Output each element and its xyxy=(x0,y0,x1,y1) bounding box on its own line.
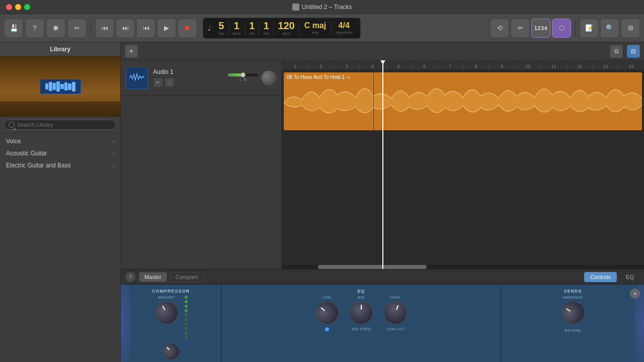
eq-knobs-row: LOW MID MID FREQ HIGH LOW CUT xyxy=(315,296,408,331)
loop-button[interactable]: ✱ xyxy=(46,19,65,38)
pencil-button[interactable]: ✏ xyxy=(511,19,530,38)
horizontal-scrollbar[interactable] xyxy=(282,265,644,269)
fast-forward-button[interactable]: ⏭ xyxy=(116,19,135,38)
plugin-right-glow xyxy=(634,285,644,362)
list-item[interactable]: Acoustic Guitar › xyxy=(0,147,120,159)
search2-button[interactable]: 🔍 xyxy=(600,19,619,38)
cycle-button[interactable]: ⟲ xyxy=(490,19,509,38)
ruler-mark: 4 xyxy=(359,64,385,69)
volume-slider[interactable] xyxy=(228,73,258,76)
meter-dot xyxy=(185,296,188,299)
close-button[interactable] xyxy=(6,4,12,10)
eq-title: EQ xyxy=(357,289,365,294)
help-icon: ? xyxy=(33,24,37,32)
compressor-meter xyxy=(185,296,188,339)
lcd-tick: 1 tick xyxy=(259,21,274,36)
help-button[interactable]: ? xyxy=(25,19,44,38)
library-items: Voice › Acoustic Guitar › Electric Guita… xyxy=(0,133,120,362)
wm-bar xyxy=(53,83,56,90)
track-header-bar: + ⧉ ⊟ xyxy=(121,42,644,60)
record-icon: ⏺ xyxy=(184,24,191,32)
plugin-left-glow xyxy=(121,285,131,362)
transport-controls: ⏮ ⏭ ⏮ ▶ ⏺ xyxy=(95,19,197,38)
ruler-mark: 5 xyxy=(385,64,411,69)
chevron-right-icon: › xyxy=(113,151,114,156)
amount-knob[interactable] xyxy=(150,296,183,329)
add-track-button[interactable]: + xyxy=(125,45,138,58)
ruler-mark: 12 xyxy=(567,64,592,69)
notepad-icon: 📝 xyxy=(585,24,593,32)
fast-forward-icon: ⏭ xyxy=(122,24,129,32)
scissors-icon: ✂ xyxy=(74,24,80,32)
library-button[interactable]: 💾 xyxy=(4,19,23,38)
eq-mid-group: MID MID FREQ xyxy=(349,296,373,331)
ruler-mark: 10 xyxy=(515,64,540,69)
ruler-mark: 1 xyxy=(282,64,307,69)
ambience-knob[interactable] xyxy=(556,296,590,329)
eq-high-knob[interactable] xyxy=(380,297,411,328)
maximize-button[interactable] xyxy=(24,4,30,10)
window-title: Untitled 2 – Tracks xyxy=(292,4,352,11)
waveform-region[interactable]: 08 To Have And To Hold.1 ∞ xyxy=(284,72,642,130)
playhead[interactable] xyxy=(382,60,383,269)
library-search xyxy=(0,117,120,133)
search-input[interactable] xyxy=(17,122,112,128)
scissors-button[interactable]: ✂ xyxy=(67,19,87,38)
track-edit-button[interactable]: ✏ xyxy=(153,77,163,87)
document-icon xyxy=(292,4,299,11)
timeline-area: 1 2 3 4 5 6 7 8 9 10 11 12 13 14 xyxy=(282,60,644,269)
search-icon xyxy=(9,122,15,128)
wm-bar xyxy=(68,83,71,90)
r-label: R xyxy=(244,77,247,82)
title-bar: Untitled 2 – Tracks xyxy=(0,0,644,14)
record-button[interactable]: ⏺ xyxy=(178,19,197,38)
list-item[interactable]: Voice › xyxy=(0,135,120,147)
play-button[interactable]: ▶ xyxy=(157,19,176,38)
track-view-button[interactable]: ⧉ xyxy=(610,45,623,58)
library-sidebar: Library xyxy=(0,42,121,362)
wm-bar xyxy=(64,82,68,90)
notepad-button[interactable]: 📝 xyxy=(580,19,599,38)
volume-knob[interactable] xyxy=(240,72,246,77)
ruler-mark: 14 xyxy=(618,64,643,69)
bottom-help-button[interactable]: ? xyxy=(125,272,136,283)
waveform-mini xyxy=(45,81,75,92)
toolbar-sep-1 xyxy=(91,21,91,36)
compressor-knobs: AMOUNT xyxy=(154,296,188,339)
compressor-extra-knob[interactable] xyxy=(158,339,184,362)
chevron-right-icon: › xyxy=(113,163,114,168)
tab-eq[interactable]: EQ xyxy=(620,272,640,282)
counter-icon: 1234 xyxy=(534,25,547,31)
sends-knobs: AMBIENCE REVERB xyxy=(561,296,585,332)
track-pan-knob[interactable] xyxy=(261,70,276,85)
minimize-button[interactable] xyxy=(15,4,21,10)
search-input-wrap[interactable] xyxy=(4,120,116,130)
list-item[interactable]: Electric Guitar and Bass › xyxy=(0,159,120,171)
right-toolbar: ⟲ ✏ 1234 ⬡ xyxy=(490,19,571,38)
track-filter-button[interactable]: ⊟ xyxy=(627,45,640,58)
traffic-lights xyxy=(6,4,30,10)
compare-button[interactable]: Compare xyxy=(170,272,204,282)
plus-icon: + xyxy=(129,47,133,55)
rewind-button[interactable]: ⏮ xyxy=(95,19,114,38)
mixer-button[interactable]: ⊞ xyxy=(621,19,640,38)
cycle-icon: ⟲ xyxy=(497,24,503,32)
tab-controls[interactable]: Controls xyxy=(584,272,617,282)
plugin-icon: ⬡ xyxy=(559,24,565,32)
bottom-panel: ? Master Compare Controls EQ xyxy=(121,269,644,362)
sends-title: SENDS xyxy=(564,289,582,294)
waveform-thumbnail-svg xyxy=(129,73,144,83)
main-layout: Library xyxy=(0,42,644,362)
compressor-title: COMPRESSOR xyxy=(152,289,190,294)
search2-icon: 🔍 xyxy=(606,24,614,32)
track-headphone-button[interactable]: 🎧 xyxy=(165,77,175,87)
filter-icon: ⊟ xyxy=(631,48,636,55)
to-start-button[interactable]: ⏮ xyxy=(136,19,155,38)
plugin-button[interactable]: ⬡ xyxy=(552,19,571,38)
scroll-thumb[interactable] xyxy=(318,265,427,269)
master-button[interactable]: Master xyxy=(139,272,167,282)
counter-button[interactable]: 1234 xyxy=(531,19,550,38)
eq-mid-knob[interactable] xyxy=(349,301,373,325)
ruler-mark: 3 xyxy=(334,64,359,69)
eq-low-knob[interactable] xyxy=(310,296,344,330)
